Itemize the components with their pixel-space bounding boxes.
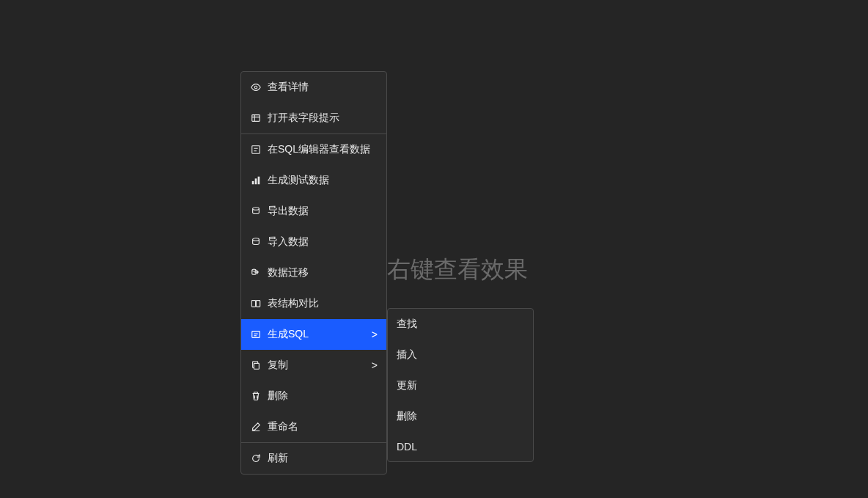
svg-rect-1 <box>252 115 260 122</box>
submenu-item-delete[interactable]: 删除 <box>388 401 533 432</box>
submenu-item-label: 删除 <box>397 410 524 423</box>
copy-icon <box>250 359 262 371</box>
chevron-right-icon: > <box>372 329 378 340</box>
svg-rect-8 <box>255 178 257 184</box>
svg-rect-7 <box>252 181 254 184</box>
menu-item-label: 导入数据 <box>268 235 378 249</box>
menu-item-generate-sql[interactable]: 生成SQL > <box>241 319 386 350</box>
submenu-item-label: 更新 <box>397 379 524 392</box>
import-icon <box>250 236 262 248</box>
submenu-item-ddl[interactable]: DDL <box>388 432 533 461</box>
table-icon <box>250 112 262 124</box>
menu-item-label: 打开表字段提示 <box>268 111 378 125</box>
submenu-item-label: 插入 <box>397 348 524 362</box>
sql-icon <box>250 144 262 155</box>
submenu-item-label: 查找 <box>397 318 524 331</box>
svg-rect-4 <box>252 146 260 154</box>
menu-item-view-details[interactable]: 查看详情 <box>241 72 386 103</box>
menu-item-data-migration[interactable]: 数据迁移 <box>241 257 386 288</box>
svg-rect-14 <box>256 301 260 307</box>
menu-item-label: 生成测试数据 <box>268 174 378 187</box>
svg-point-11 <box>253 238 260 241</box>
menu-item-sql-editor[interactable]: 在SQL编辑器查看数据 <box>241 134 386 165</box>
bar-chart-icon <box>250 175 262 186</box>
compare-icon <box>250 298 262 310</box>
svg-point-12 <box>252 269 256 271</box>
svg-rect-18 <box>254 363 259 369</box>
menu-item-label: 表结构对比 <box>268 297 378 310</box>
context-menu: 查看详情 打开表字段提示 在SQL编辑器查看数据 生成测试数据 导出数据 导入数… <box>240 71 387 475</box>
submenu-generate-sql: 查找 插入 更新 删除 DDL <box>387 308 534 462</box>
menu-item-label: 生成SQL <box>268 328 369 341</box>
submenu-item-label: DDL <box>397 441 524 453</box>
trash-icon <box>250 390 262 402</box>
refresh-icon <box>250 453 262 464</box>
generate-icon <box>250 329 262 340</box>
menu-item-copy[interactable]: 复制 > <box>241 350 386 381</box>
svg-rect-15 <box>252 332 260 338</box>
menu-item-generate-test-data[interactable]: 生成测试数据 <box>241 165 386 196</box>
submenu-item-select[interactable]: 查找 <box>388 309 533 340</box>
menu-item-rename[interactable]: 重命名 <box>241 411 386 442</box>
eye-icon <box>250 81 262 93</box>
menu-item-import-data[interactable]: 导入数据 <box>241 227 386 257</box>
submenu-item-insert[interactable]: 插入 <box>388 340 533 370</box>
menu-item-delete[interactable]: 删除 <box>241 381 386 411</box>
migrate-icon <box>250 267 262 279</box>
menu-item-label: 导出数据 <box>268 205 378 218</box>
menu-item-label: 重命名 <box>268 420 378 433</box>
svg-point-0 <box>254 86 257 89</box>
menu-item-open-table-fields[interactable]: 打开表字段提示 <box>241 103 386 133</box>
menu-item-label: 删除 <box>268 389 378 403</box>
menu-item-refresh[interactable]: 刷新 <box>241 443 386 474</box>
svg-point-10 <box>253 208 260 210</box>
chevron-right-icon: > <box>372 359 378 371</box>
menu-item-label: 复制 <box>268 359 369 372</box>
svg-rect-13 <box>251 301 255 307</box>
svg-rect-9 <box>258 177 260 185</box>
submenu-item-update[interactable]: 更新 <box>388 370 533 401</box>
edit-icon <box>250 421 262 433</box>
export-icon <box>250 205 262 217</box>
menu-item-export-data[interactable]: 导出数据 <box>241 196 386 227</box>
menu-item-label: 查看详情 <box>268 81 378 94</box>
menu-item-label: 数据迁移 <box>268 266 378 279</box>
menu-item-label: 刷新 <box>268 452 378 465</box>
menu-item-table-compare[interactable]: 表结构对比 <box>241 288 386 319</box>
menu-item-label: 在SQL编辑器查看数据 <box>268 143 378 156</box>
